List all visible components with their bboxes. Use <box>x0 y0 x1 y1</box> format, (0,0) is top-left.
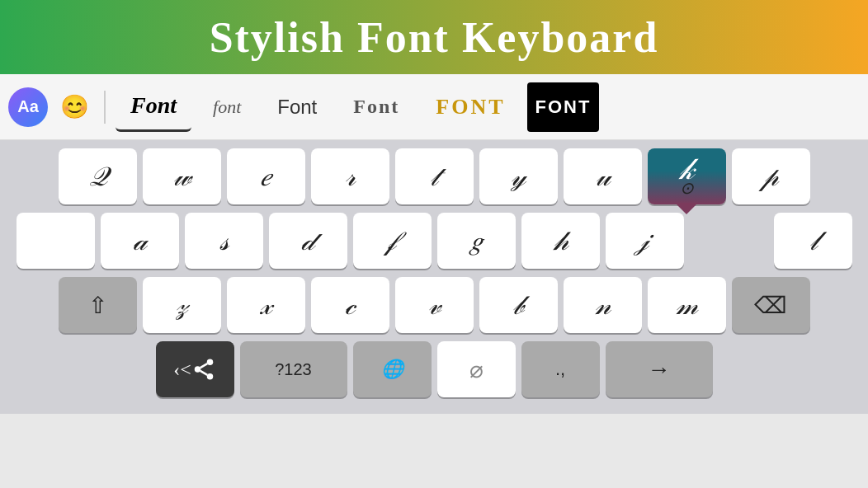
key-b[interactable]: 𝒷 <box>479 277 558 333</box>
key-x[interactable]: 𝓍 <box>227 277 305 333</box>
key-s[interactable]: 𝓈 <box>185 213 263 269</box>
svg-line-4 <box>200 364 208 368</box>
font-bar: Aa 😊 Font font Font Font FONT FONT <box>0 74 868 140</box>
header: Stylish Font Keyboard <box>0 0 868 74</box>
key-f[interactable]: 𝒻 <box>353 213 432 269</box>
key-enter[interactable]: → <box>606 341 713 397</box>
font-tab-4[interactable]: Font <box>338 82 414 132</box>
font-tab-3[interactable]: Font <box>262 82 332 132</box>
key-a2[interactable]: 𝒶 <box>101 213 179 269</box>
shift-icon: ⇧ <box>88 292 107 319</box>
key-share[interactable]: ‹< <box>156 341 234 397</box>
lang-icon: 🌐 <box>381 359 403 380</box>
font-tab-6[interactable]: FONT <box>527 82 600 132</box>
svg-point-1 <box>195 366 201 373</box>
key-space[interactable]: ⌀ <box>437 341 516 397</box>
key-k-popup[interactable]: 𝓀 ⊙ <box>648 148 726 204</box>
key-j[interactable]: 𝒿 <box>606 213 684 269</box>
aa-icon[interactable]: Aa <box>8 87 48 127</box>
key-period[interactable]: ., <box>521 341 600 397</box>
font-tab-2[interactable]: font <box>198 82 256 132</box>
key-q[interactable]: 𝒬 <box>59 148 137 204</box>
share-svg <box>191 357 216 382</box>
key-c[interactable]: 𝒸 <box>311 277 389 333</box>
emoji-icon[interactable]: 😊 <box>54 87 94 127</box>
key-l[interactable]: 𝓁 <box>774 213 852 269</box>
key-h[interactable]: 𝒽 <box>521 213 600 269</box>
key-u[interactable]: 𝓊 <box>564 148 642 204</box>
svg-line-3 <box>200 371 208 375</box>
key-t[interactable]: 𝓉 <box>395 148 474 204</box>
key-r[interactable]: 𝓇 <box>311 148 389 204</box>
key-row-bottom: ‹< ?123 🌐 ⌀ ., → <box>7 341 861 397</box>
key-backspace[interactable]: ⌫ <box>732 277 810 333</box>
key-p[interactable]: 𝓅 <box>732 148 810 204</box>
key-n[interactable]: 𝓃 <box>564 277 642 333</box>
key-row-2: 𝒶 𝓈 𝒹 𝒻 𝑔 𝒽 𝒿 𝓁 <box>7 213 861 269</box>
key-d[interactable]: 𝒹 <box>269 213 347 269</box>
backspace-icon: ⌫ <box>754 292 787 319</box>
key-g[interactable]: 𝑔 <box>437 213 516 269</box>
key-numbers[interactable]: ?123 <box>240 341 347 397</box>
svg-point-0 <box>207 359 214 366</box>
svg-point-2 <box>207 373 214 380</box>
divider <box>104 91 106 124</box>
key-row-1: 𝒬 𝓌 𝑒 𝓇 𝓉 𝓎 𝓊 𝓀 ⊙ 𝓅 <box>7 148 861 204</box>
key-m[interactable]: 𝓂 <box>648 277 726 333</box>
font-tab-1[interactable]: Font <box>116 82 191 132</box>
share-icon: ‹< <box>173 359 191 381</box>
key-e[interactable]: 𝑒 <box>227 148 305 204</box>
key-row-3: ⇧ 𝓏 𝓍 𝒸 𝓋 𝒷 𝓃 𝓂 ⌫ <box>7 277 861 333</box>
keyboard: 𝒬 𝓌 𝑒 𝓇 𝓉 𝓎 𝓊 𝓀 ⊙ 𝓅 𝒶 𝓈 𝒹 𝒻 𝑔 𝒽 𝒿 𝓁 ⇧ 𝓏 … <box>0 140 868 414</box>
key-language[interactable]: 🌐 <box>353 341 432 397</box>
key-z[interactable]: 𝓏 <box>143 277 221 333</box>
enter-arrow-icon: → <box>648 356 671 382</box>
app-title: Stylish Font Keyboard <box>210 13 659 62</box>
key-w[interactable]: 𝓌 <box>143 148 221 204</box>
font-tab-5[interactable]: FONT <box>421 82 520 132</box>
key-y[interactable]: 𝓎 <box>479 148 558 204</box>
numbers-label: ?123 <box>275 360 312 379</box>
space-bar-indicator: ⌀ <box>469 356 484 383</box>
key-shift[interactable]: ⇧ <box>59 277 137 333</box>
key-v[interactable]: 𝓋 <box>395 277 474 333</box>
key-a[interactable] <box>17 213 95 269</box>
